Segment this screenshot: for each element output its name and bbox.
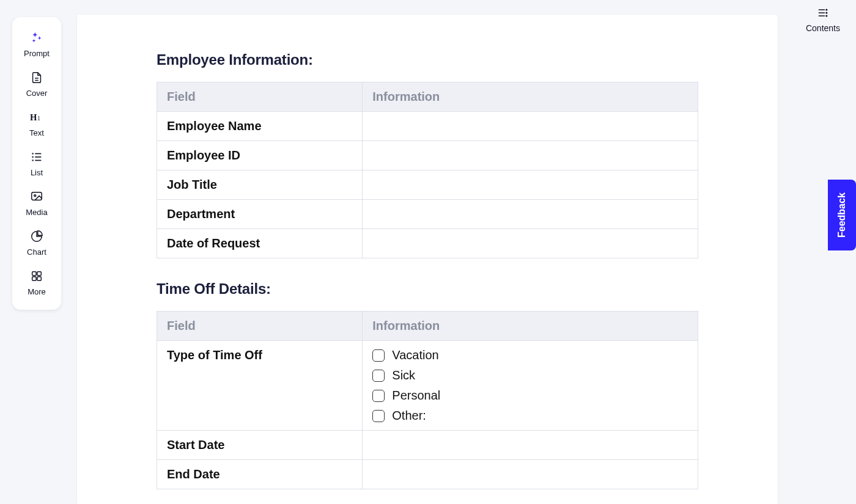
field-label: Department bbox=[157, 200, 363, 229]
tool-label: Media bbox=[26, 208, 47, 217]
field-label: Job Title bbox=[157, 170, 363, 200]
heading-icon: H1 bbox=[28, 109, 45, 126]
svg-rect-13 bbox=[37, 277, 41, 280]
toc-icon bbox=[817, 7, 829, 21]
tool-label: Text bbox=[29, 128, 44, 137]
sparkle-icon bbox=[28, 29, 45, 46]
option-label: Vacation bbox=[392, 348, 438, 362]
type-of-time-off-cell: Vacation Sick Personal Other: bbox=[363, 341, 698, 431]
field-value[interactable] bbox=[363, 170, 698, 200]
option-label: Personal bbox=[392, 389, 440, 403]
table-row: Job Title bbox=[157, 170, 698, 200]
employee-information-table: Field Information Employee Name Employee… bbox=[157, 82, 698, 258]
tool-more[interactable]: More bbox=[12, 261, 61, 301]
document-icon bbox=[28, 69, 45, 86]
svg-point-7 bbox=[32, 160, 33, 161]
table-header-field: Field bbox=[157, 312, 363, 341]
field-label: Type of Time Off bbox=[157, 341, 363, 431]
table-row: Type of Time Off Vacation Sick bbox=[157, 341, 698, 431]
tool-media[interactable]: Media bbox=[12, 182, 61, 222]
field-label: Start Date bbox=[157, 431, 363, 460]
table-header-information: Information bbox=[363, 312, 698, 341]
tool-label: Cover bbox=[26, 89, 48, 98]
tool-list[interactable]: List bbox=[12, 142, 61, 182]
option-label: Other: bbox=[392, 409, 426, 423]
image-icon bbox=[28, 188, 45, 205]
table-header-field: Field bbox=[157, 82, 363, 112]
tool-cover[interactable]: Cover bbox=[12, 63, 61, 103]
checkbox[interactable] bbox=[372, 390, 385, 402]
section-heading-time-off: Time Off Details: bbox=[157, 280, 698, 298]
grid-icon bbox=[28, 268, 45, 285]
svg-rect-10 bbox=[32, 272, 36, 276]
field-value[interactable] bbox=[363, 141, 698, 170]
svg-text:H: H bbox=[30, 113, 37, 123]
feedback-label: Feedback bbox=[836, 192, 847, 238]
contents-button[interactable]: Contents bbox=[802, 5, 844, 35]
field-value[interactable] bbox=[363, 200, 698, 229]
svg-rect-11 bbox=[37, 272, 41, 276]
list-item: Other: bbox=[372, 409, 688, 423]
table-header-information: Information bbox=[363, 82, 698, 112]
tool-label: Prompt bbox=[24, 49, 50, 58]
field-value[interactable] bbox=[363, 229, 698, 258]
contents-label: Contents bbox=[806, 23, 840, 33]
svg-point-19 bbox=[826, 15, 827, 16]
list-item: Personal bbox=[372, 389, 688, 403]
table-row: Department bbox=[157, 200, 698, 229]
pie-chart-icon bbox=[28, 228, 45, 245]
table-row: Start Date bbox=[157, 431, 698, 460]
table-row: Employee Name bbox=[157, 112, 698, 141]
svg-point-9 bbox=[34, 195, 36, 197]
field-label: Date of Request bbox=[157, 229, 363, 258]
tool-label: Chart bbox=[27, 247, 46, 257]
field-value[interactable] bbox=[363, 460, 698, 489]
time-off-details-table: Field Information Type of Time Off Vacat… bbox=[157, 311, 698, 489]
option-label: Sick bbox=[392, 368, 415, 382]
field-label: End Date bbox=[157, 460, 363, 489]
checkbox[interactable] bbox=[372, 349, 385, 362]
document-page: Employee Information: Field Information … bbox=[77, 15, 778, 504]
svg-text:1: 1 bbox=[37, 115, 40, 122]
field-label: Employee ID bbox=[157, 141, 363, 170]
field-value[interactable] bbox=[363, 431, 698, 460]
time-off-type-options: Vacation Sick Personal Other: bbox=[372, 348, 688, 423]
svg-point-5 bbox=[32, 153, 33, 154]
tool-prompt[interactable]: Prompt bbox=[12, 23, 61, 63]
table-row: Date of Request bbox=[157, 229, 698, 258]
feedback-tab[interactable]: Feedback bbox=[828, 180, 856, 250]
tool-label: More bbox=[28, 287, 46, 296]
svg-point-17 bbox=[826, 12, 827, 13]
field-value[interactable] bbox=[363, 112, 698, 141]
svg-rect-12 bbox=[32, 277, 36, 280]
list-item: Sick bbox=[372, 368, 688, 382]
table-row: Employee ID bbox=[157, 141, 698, 170]
field-label: Employee Name bbox=[157, 112, 363, 141]
tool-text[interactable]: H1 Text bbox=[12, 103, 61, 142]
tool-chart[interactable]: Chart bbox=[12, 222, 61, 261]
list-icon bbox=[28, 148, 45, 166]
table-row: End Date bbox=[157, 460, 698, 489]
list-item: Vacation bbox=[372, 348, 688, 362]
left-toolbar: Prompt Cover H1 Text List Media Chart bbox=[12, 17, 61, 310]
section-heading-employee-info: Employee Information: bbox=[157, 51, 698, 68]
checkbox[interactable] bbox=[372, 410, 385, 422]
svg-point-15 bbox=[826, 9, 827, 10]
checkbox[interactable] bbox=[372, 370, 385, 382]
svg-point-6 bbox=[32, 157, 33, 158]
tool-label: List bbox=[31, 168, 43, 177]
